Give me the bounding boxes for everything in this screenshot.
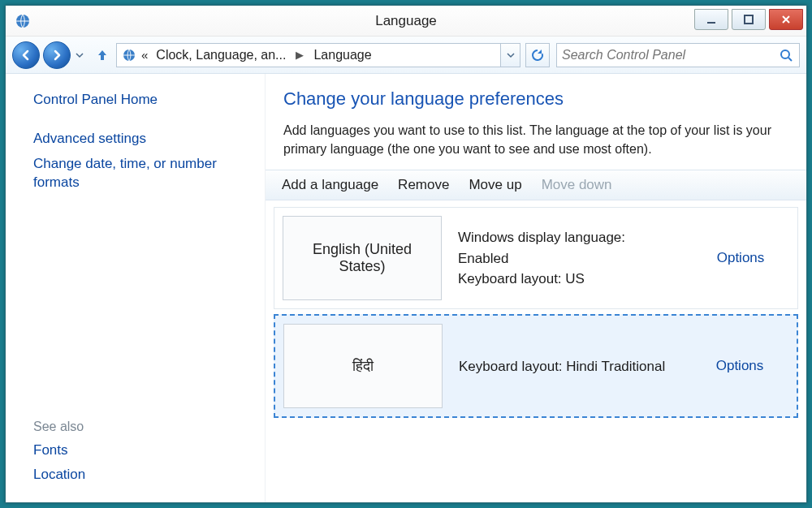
- minimize-button[interactable]: [694, 9, 728, 30]
- back-button[interactable]: [12, 41, 40, 69]
- window: Language: [5, 5, 807, 503]
- close-button[interactable]: [769, 9, 803, 30]
- language-options-cell: Options: [684, 208, 797, 308]
- language-info: Windows display language: Enabled Keyboa…: [450, 208, 684, 308]
- language-row[interactable]: English (United States) Windows display …: [274, 207, 798, 309]
- app-icon: [14, 12, 32, 30]
- info-line: Windows display language: Enabled: [458, 227, 676, 269]
- breadcrumb-dropdown[interactable]: [500, 44, 520, 67]
- toolbar-remove[interactable]: Remove: [398, 177, 449, 193]
- page-description: Add languages you want to use to this li…: [283, 121, 788, 158]
- search-icon[interactable]: [778, 47, 794, 63]
- sidebar-link-location[interactable]: Location: [33, 467, 250, 483]
- info-line: Keyboard layout: Hindi Traditional: [459, 356, 675, 377]
- sidebar-link-advanced[interactable]: Advanced settings: [33, 131, 250, 147]
- window-controls: [694, 12, 806, 30]
- refresh-button[interactable]: [525, 43, 550, 67]
- breadcrumb[interactable]: « Clock, Language, an... ▶ Language: [116, 43, 520, 67]
- language-info: Keyboard layout: Hindi Traditional: [451, 316, 683, 416]
- language-options-cell: Options: [683, 316, 797, 416]
- see-also-label: See also: [33, 420, 250, 434]
- language-tile: हिंदी: [283, 324, 443, 408]
- breadcrumb-seg-current[interactable]: Language: [309, 48, 376, 62]
- info-line: Keyboard layout: US: [458, 269, 676, 290]
- content-area: Control Panel Home Advanced settings Cha…: [6, 74, 806, 502]
- chevron-right-icon[interactable]: ▶: [291, 49, 309, 61]
- svg-rect-2: [745, 15, 753, 24]
- options-link[interactable]: Options: [717, 250, 765, 266]
- language-list: English (United States) Windows display …: [266, 200, 806, 431]
- search-input[interactable]: [562, 48, 778, 62]
- language-toolbar: Add a language Remove Move up Move down: [266, 170, 806, 200]
- svg-point-4: [781, 50, 789, 58]
- history-dropdown[interactable]: [74, 51, 85, 59]
- window-title: Language: [6, 13, 806, 29]
- options-link[interactable]: Options: [716, 358, 764, 374]
- language-row[interactable]: हिंदी Keyboard layout: Hindi Traditional…: [274, 314, 798, 418]
- main-panel: Change your language preferences Add lan…: [266, 74, 806, 502]
- up-button[interactable]: [93, 46, 111, 64]
- forward-button[interactable]: [43, 41, 71, 69]
- location-icon: [120, 46, 138, 64]
- svg-rect-1: [707, 22, 715, 24]
- language-tile: English (United States): [283, 216, 442, 300]
- page-heading: Change your language preferences: [283, 88, 788, 110]
- navigation-bar: « Clock, Language, an... ▶ Language: [6, 37, 806, 74]
- toolbar-move-up[interactable]: Move up: [469, 177, 521, 193]
- toolbar-move-down: Move down: [542, 177, 612, 193]
- sidebar: Control Panel Home Advanced settings Cha…: [6, 74, 266, 502]
- breadcrumb-prefix: «: [141, 48, 148, 62]
- maximize-button[interactable]: [732, 9, 766, 30]
- sidebar-link-datetime[interactable]: Change date, time, or number formats: [33, 155, 250, 192]
- sidebar-link-home[interactable]: Control Panel Home: [33, 92, 250, 108]
- toolbar-add-language[interactable]: Add a language: [282, 177, 378, 193]
- titlebar: Language: [6, 6, 806, 37]
- sidebar-link-fonts[interactable]: Fonts: [33, 442, 250, 458]
- breadcrumb-seg-parent[interactable]: Clock, Language, an...: [151, 48, 291, 62]
- search-box[interactable]: [556, 43, 800, 67]
